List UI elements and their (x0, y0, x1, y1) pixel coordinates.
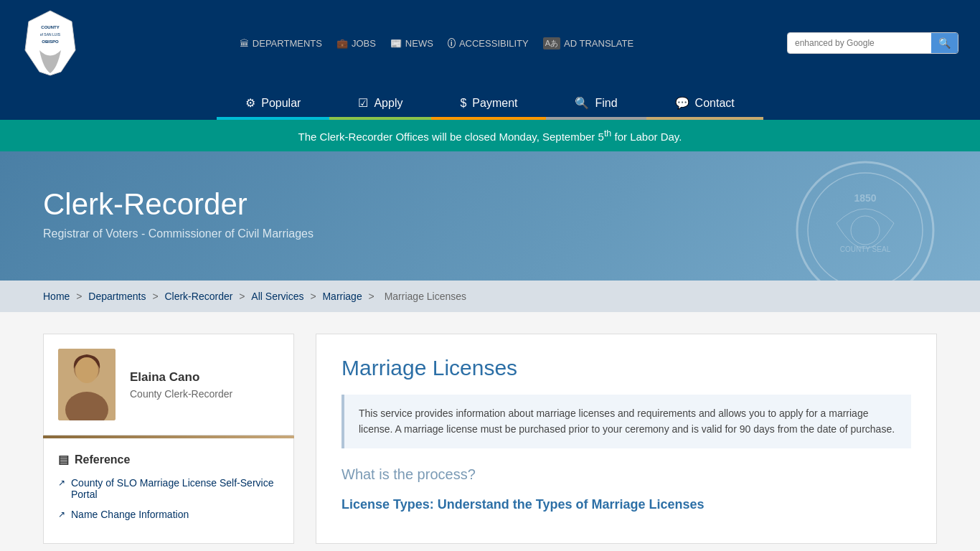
contact-nav-link[interactable]: 💬 Contact (646, 86, 763, 120)
breadcrumb-clerk-recorder[interactable]: Clerk-Recorder (164, 291, 232, 302)
payment-nav-link[interactable]: $ Payment (431, 86, 546, 120)
info-text: This service provides information about … (359, 405, 897, 438)
list-item: ↗ Name Change Information (58, 509, 279, 520)
reference-icon: ▤ (58, 453, 69, 466)
breadcrumb-home[interactable]: Home (43, 291, 70, 302)
breadcrumb-departments[interactable]: Departments (88, 291, 146, 302)
breadcrumb-sep-2: > (152, 291, 161, 302)
breadcrumb-sep-5: > (369, 291, 377, 302)
breadcrumb-current: Marriage Licenses (385, 291, 466, 302)
departments-nav-link[interactable]: 🏛 DEPARTMENTS (240, 38, 322, 49)
staff-info: Elaina Cano County Clerk-Recorder (130, 370, 232, 400)
process-heading: What is the process? (341, 466, 911, 483)
translate-icon: Aあ (543, 37, 560, 50)
accessibility-icon: i (448, 38, 456, 48)
header-top: COUNTY of SAN LUIS OBISPO 🏛 DEPARTMENTS … (0, 0, 980, 86)
svg-text:1850: 1850 (854, 192, 876, 204)
svg-point-12 (75, 357, 98, 383)
staff-card: Elaina Cano County Clerk-Recorder (43, 334, 294, 435)
magnify-icon: 🔍 (575, 96, 589, 110)
county-logo: COUNTY of SAN LUIS OBISPO (22, 7, 79, 79)
dollar-icon: $ (460, 97, 466, 110)
alert-text: The Clerk-Recorder Offices will be close… (298, 131, 682, 143)
news-nav-link[interactable]: 📰 NEWS (390, 38, 433, 49)
popular-nav-link[interactable]: ⚙ Popular (217, 86, 329, 120)
staff-name: Elaina Cano (130, 370, 232, 385)
svg-text:OBISPO: OBISPO (42, 39, 59, 44)
search-area: 🔍 (787, 32, 958, 54)
news-icon: 📰 (390, 38, 402, 49)
name-change-link[interactable]: ↗ Name Change Information (58, 509, 279, 520)
reference-links: ↗ County of SLO Marriage License Self-Se… (58, 477, 279, 520)
logo-area: COUNTY of SAN LUIS OBISPO (22, 7, 86, 79)
svg-point-5 (808, 173, 923, 281)
svg-text:of SAN LUIS: of SAN LUIS (40, 32, 61, 37)
svg-text:COUNTY SEAL: COUNTY SEAL (840, 245, 891, 253)
reference-title: ▤ Reference (58, 453, 279, 466)
search-button[interactable]: 🔍 (931, 33, 958, 53)
reference-section: ▤ Reference ↗ County of SLO Marriage Lic… (43, 438, 294, 544)
breadcrumb-sep-3: > (239, 291, 248, 302)
main-content: Marriage Licenses This service provides … (316, 334, 937, 544)
translate-nav-link[interactable]: Aあ AD TRANSLATE (543, 37, 633, 50)
marriage-portal-link[interactable]: ↗ County of SLO Marriage License Self-Se… (58, 477, 279, 500)
external-link-icon-2: ↗ (58, 509, 65, 519)
sidebar: Elaina Cano County Clerk-Recorder ▤ Refe… (43, 334, 294, 544)
content-area: Elaina Cano County Clerk-Recorder ▤ Refe… (0, 312, 980, 551)
chat-icon: 💬 (675, 96, 689, 110)
county-seal: 1850 COUNTY SEAL (793, 159, 937, 281)
breadcrumb-all-services[interactable]: All Services (251, 291, 303, 302)
info-box: This service provides information about … (341, 395, 911, 448)
breadcrumb-marriage[interactable]: Marriage (322, 291, 362, 302)
find-nav-link[interactable]: 🔍 Find (546, 86, 646, 120)
alert-banner: The Clerk-Recorder Offices will be close… (0, 120, 980, 151)
external-link-icon-1: ↗ (58, 478, 65, 488)
apply-nav-link[interactable]: ☑ Apply (329, 86, 431, 120)
page-title: Marriage Licenses (341, 356, 911, 380)
main-navigation: ⚙ Popular ☑ Apply $ Payment 🔍 Find 💬 Con… (0, 86, 980, 120)
breadcrumb: Home > Departments > Clerk-Recorder > Al… (0, 281, 980, 312)
svg-text:COUNTY: COUNTY (41, 25, 59, 29)
jobs-icon: 💼 (336, 38, 348, 49)
breadcrumb-sep-4: > (310, 291, 319, 302)
jobs-nav-link[interactable]: 💼 JOBS (336, 38, 376, 49)
check-icon: ☑ (358, 96, 368, 110)
svg-point-8 (851, 216, 880, 245)
staff-photo (58, 349, 116, 420)
departments-icon: 🏛 (240, 38, 249, 49)
gear-icon: ⚙ (245, 96, 255, 110)
search-input[interactable] (788, 33, 931, 53)
hero-section: 1850 COUNTY SEAL Clerk-Recorder Registra… (0, 151, 980, 281)
top-navigation: 🏛 DEPARTMENTS 💼 JOBS 📰 NEWS i ACCESSIBIL… (86, 37, 787, 50)
license-types-heading: License Types: Understand the Types of M… (341, 497, 911, 512)
staff-title: County Clerk-Recorder (130, 388, 232, 400)
search-box: 🔍 (787, 32, 958, 54)
breadcrumb-sep-1: > (76, 291, 85, 302)
accessibility-nav-link[interactable]: i ACCESSIBILITY (448, 38, 529, 49)
list-item: ↗ County of SLO Marriage License Self-Se… (58, 477, 279, 500)
avatar (58, 349, 116, 420)
